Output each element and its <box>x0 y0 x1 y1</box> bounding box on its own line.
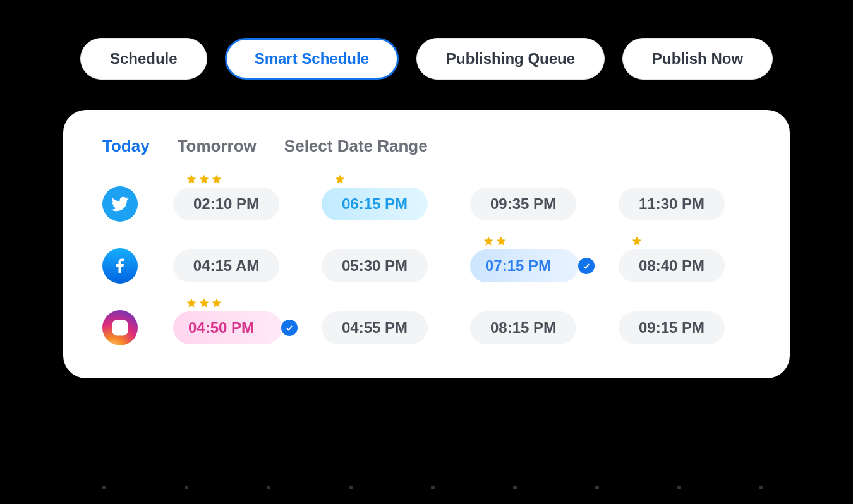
check-icon <box>281 320 298 336</box>
slot-instagram-2[interactable]: 08:15 PM <box>470 311 600 344</box>
tab-publishing-queue[interactable]: Publishing Queue <box>416 38 605 80</box>
svg-point-1 <box>117 325 123 331</box>
time-chip[interactable]: 06:15 PM <box>322 188 428 220</box>
tab-schedule[interactable]: Schedule <box>80 38 207 80</box>
facebook-icon <box>102 248 138 284</box>
time-chip[interactable]: 04:55 PM <box>322 311 428 344</box>
time-chip[interactable]: 05:30 PM <box>322 249 428 282</box>
slot-twitter-3[interactable]: 11:30 PM <box>619 188 748 220</box>
slot-instagram-0[interactable]: 04:50 PM <box>173 311 303 344</box>
svg-point-2 <box>123 323 125 325</box>
time-chip[interactable]: 08:40 PM <box>619 249 725 282</box>
schedule-card: Today Tomorrow Select Date Range 02:10 P… <box>63 110 790 378</box>
time-chip[interactable]: 07:15 PM <box>470 249 579 282</box>
slot-instagram-3[interactable]: 09:15 PM <box>619 311 748 344</box>
stars-icon <box>186 174 222 185</box>
slot-facebook-1[interactable]: 05:30 PM <box>322 249 451 282</box>
slot-facebook-3[interactable]: 08:40 PM <box>619 249 748 282</box>
time-chip[interactable]: 04:50 PM <box>173 311 282 344</box>
slot-facebook-0[interactable]: 04:15 AM <box>173 249 303 282</box>
date-tab-today[interactable]: Today <box>102 136 150 156</box>
time-chip[interactable]: 09:15 PM <box>619 311 725 344</box>
stars-icon <box>186 297 222 309</box>
slot-facebook-2[interactable]: 07:15 PM <box>470 249 600 282</box>
time-chip[interactable]: 09:35 PM <box>470 188 576 220</box>
date-tabs: Today Tomorrow Select Date Range <box>102 136 751 156</box>
stars-icon <box>334 174 346 185</box>
time-chip[interactable]: 02:10 PM <box>173 188 279 220</box>
tab-publish-now[interactable]: Publish Now <box>622 38 773 80</box>
time-chip[interactable]: 04:15 AM <box>173 249 279 282</box>
tab-smart-schedule[interactable]: Smart Schedule <box>225 38 399 80</box>
row-instagram: 04:50 PM 04:55 PM 08:15 PM 09:15 PM <box>102 310 751 345</box>
row-twitter: 02:10 PM 06:15 PM 09:35 PM 11:30 PM <box>102 186 751 222</box>
check-icon <box>578 258 595 274</box>
stars-icon <box>483 236 507 247</box>
slot-instagram-1[interactable]: 04:55 PM <box>322 311 451 344</box>
slot-twitter-2[interactable]: 09:35 PM <box>470 188 600 220</box>
instagram-icon <box>102 310 138 345</box>
slot-twitter-1[interactable]: 06:15 PM <box>322 188 451 220</box>
stars-icon <box>631 236 643 247</box>
slot-twitter-0[interactable]: 02:10 PM <box>173 188 303 220</box>
row-facebook: 04:15 AM 05:30 PM 07:15 PM 08:40 PM <box>102 248 751 284</box>
time-chip[interactable]: 08:15 PM <box>470 311 576 344</box>
date-tab-range[interactable]: Select Date Range <box>284 136 428 156</box>
date-tab-tomorrow[interactable]: Tomorrow <box>178 136 257 156</box>
top-tabs: Schedule Smart Schedule Publishing Queue… <box>63 38 790 80</box>
twitter-icon <box>102 186 138 222</box>
time-chip[interactable]: 11:30 PM <box>619 188 725 220</box>
